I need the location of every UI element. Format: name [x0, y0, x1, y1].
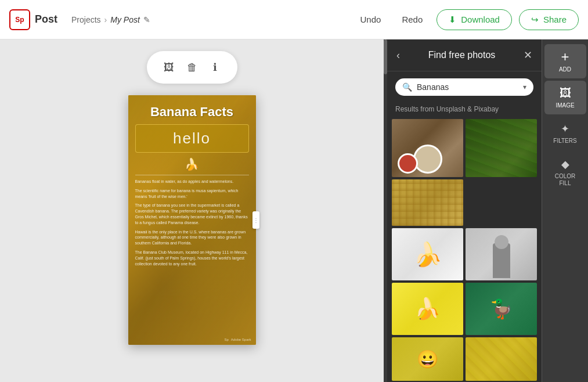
header: Sp Post Projects › My Post ✎ Undo Redo ⬇…: [0, 0, 588, 39]
sidebar-color-fill-button[interactable]: ◆ COLORFILL: [544, 152, 586, 193]
canvas-area: 🖼 🗑 ℹ: [0, 39, 384, 382]
undo-button[interactable]: Undo: [353, 11, 388, 28]
scroll-track[interactable]: [384, 39, 387, 382]
download-button[interactable]: ⬇ Download: [437, 9, 512, 30]
poster-hello-text: hello: [140, 129, 244, 147]
info-toolbar-icon: ℹ: [213, 61, 217, 74]
color-fill-icon: ◆: [561, 158, 569, 171]
share-button[interactable]: ↪ Share: [519, 9, 579, 30]
logo-icon: Sp: [9, 9, 30, 30]
back-chevron-icon: ‹: [396, 49, 400, 61]
add-label: ADD: [559, 66, 571, 73]
poster-fact-2: The scientific name for banana is musa s…: [135, 188, 249, 200]
photo-item-8[interactable]: 😀: [392, 337, 463, 381]
search-container: 🔍 ▾: [387, 71, 542, 100]
photo-item-6[interactable]: 🍌: [392, 283, 463, 335]
redo-button[interactable]: Redo: [395, 11, 430, 28]
poster-footer: Sp Adobe Spark: [224, 338, 251, 341]
download-icon: ⬇: [449, 15, 456, 25]
add-icon: +: [561, 50, 569, 64]
poster-content: Banana Facts hello 🍌 Bananas float in wa…: [128, 95, 256, 345]
poster-banana-decoration: 🍌: [135, 157, 249, 171]
photo-panel-header: ‹ Find free photos ✕: [387, 39, 542, 71]
photo-item-7[interactable]: 🦆: [466, 283, 537, 335]
filters-icon: ✦: [561, 122, 569, 135]
panel-back-button[interactable]: ‹: [396, 48, 405, 63]
delete-toolbar-icon: 🗑: [187, 62, 197, 74]
app-name: Post: [35, 13, 57, 26]
sidebar-icons: + ADD 🖼 IMAGE ✦ FILTERS ◆ COLORFILL: [542, 39, 588, 382]
image-icon: 🖼: [560, 87, 571, 100]
share-label: Share: [543, 15, 567, 24]
delete-toolbar-button[interactable]: 🗑: [182, 57, 203, 78]
share-icon: ↪: [531, 15, 539, 25]
search-input[interactable]: [417, 82, 518, 92]
breadcrumb-current-page: My Post: [110, 15, 140, 24]
poster-wrapper: Banana Facts hello 🍌 Bananas float in wa…: [128, 95, 256, 345]
breadcrumb-separator: ›: [104, 15, 107, 24]
poster-divider: [135, 175, 249, 175]
search-dropdown-button[interactable]: ▾: [523, 83, 526, 91]
floating-toolbar: 🖼 🗑 ℹ: [147, 51, 237, 84]
breadcrumb: Projects › My Post ✎: [71, 15, 150, 24]
photo-item-5[interactable]: [466, 228, 537, 280]
image-label: IMAGE: [555, 102, 574, 109]
breadcrumb-projects[interactable]: Projects: [71, 15, 101, 24]
photo-panel: ‹ Find free photos ✕ 🔍 ▾ Results from Un…: [387, 39, 542, 382]
search-box: 🔍 ▾: [395, 78, 533, 96]
image-toolbar-icon: 🖼: [164, 62, 174, 74]
poster-hello-box: hello: [135, 124, 249, 153]
edit-title-icon[interactable]: ✎: [143, 15, 150, 24]
photo-item-1[interactable]: [392, 119, 463, 177]
adobe-spark-logo-small: Sp: [224, 338, 228, 341]
photo-item-4[interactable]: 🍌: [392, 228, 463, 280]
poster-title: Banana Facts: [135, 104, 249, 120]
photo-grid: 🍌 🍌 🦆 😀: [387, 117, 542, 382]
photo-item-2[interactable]: [466, 119, 537, 177]
poster-fact-1: Bananas float in water, as do apples and…: [135, 179, 249, 185]
header-actions: Undo Redo ⬇ Download ↪ Share: [353, 9, 579, 30]
dropdown-chevron-icon: ▾: [523, 83, 526, 91]
poster-footer-text: Adobe Spark: [231, 338, 251, 341]
search-icon: 🔍: [402, 82, 412, 92]
info-toolbar-button[interactable]: ℹ: [205, 57, 226, 78]
photo-item-3[interactable]: [392, 179, 463, 226]
image-toolbar-button[interactable]: 🖼: [158, 57, 179, 78]
sidebar-filters-button[interactable]: ✦ FILTERS: [544, 117, 586, 150]
photo-item-9[interactable]: [466, 337, 537, 381]
color-fill-label: COLORFILL: [555, 173, 576, 187]
panel-title: Find free photos: [405, 50, 519, 60]
logo-area: Sp Post: [9, 9, 57, 30]
scroll-thumb: [384, 39, 387, 74]
download-label: Download: [461, 15, 500, 24]
poster-canvas[interactable]: Banana Facts hello 🍌 Bananas float in wa…: [128, 95, 256, 345]
results-label: Results from Unsplash & Pixabay: [387, 100, 542, 117]
close-icon: ✕: [524, 49, 532, 61]
poster-fact-5: The Banana Club Museum, located on Highw…: [135, 250, 249, 266]
right-section: ‹ Find free photos ✕ 🔍 ▾ Results from Un…: [384, 39, 588, 382]
main-content: 🖼 🗑 ℹ: [0, 39, 588, 382]
poster-fact-4: Hawaii is the only place in the U.S. whe…: [135, 229, 249, 246]
panel-close-button[interactable]: ✕: [519, 48, 532, 63]
sidebar-image-button[interactable]: 🖼 IMAGE: [544, 81, 586, 114]
sidebar-add-button[interactable]: + ADD: [544, 44, 586, 78]
filters-label: FILTERS: [553, 138, 576, 144]
poster-fact-3: The type of banana you see in the superm…: [135, 203, 249, 225]
